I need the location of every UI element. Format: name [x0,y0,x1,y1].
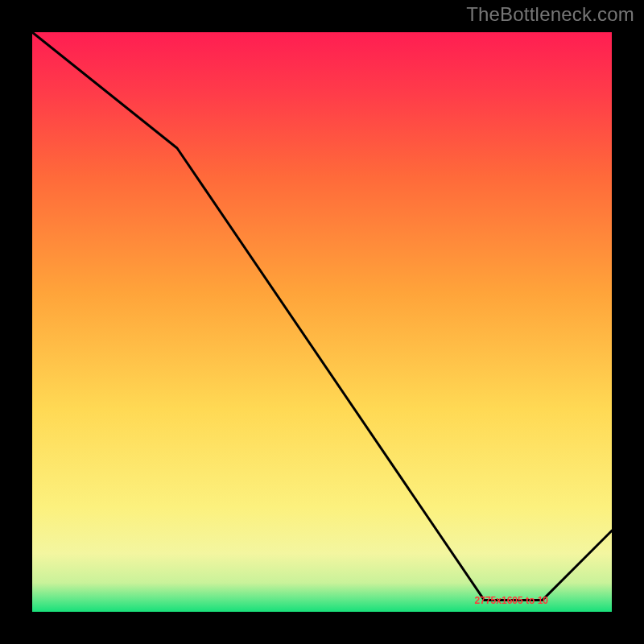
resolution-annotation: 2775x1605 to 10 [475,595,548,606]
watermark-text: TheBottleneck.com [466,3,634,26]
chart-root: TheBottleneck.com 2775x1605 to 10 [0,0,644,644]
bottleneck-chart [32,32,612,612]
plot-area: 2775x1605 to 10 [32,32,612,612]
gradient-background [32,32,612,612]
